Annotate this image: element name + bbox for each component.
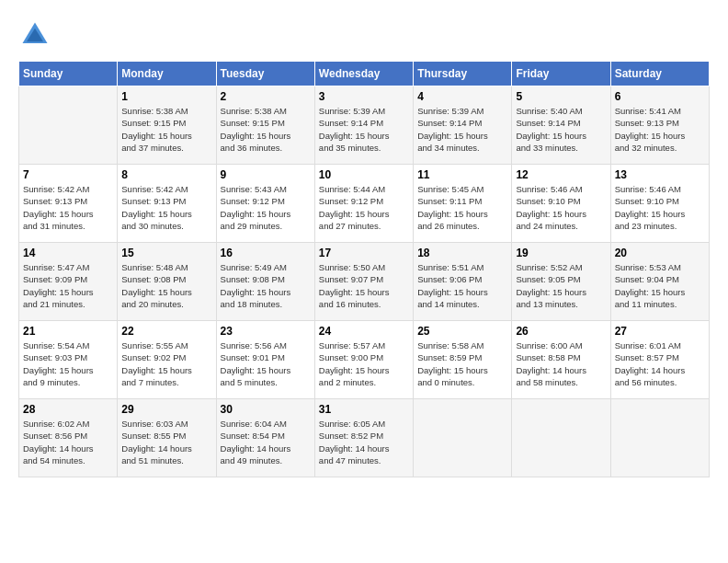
day-info: Sunrise: 5:42 AM Sunset: 9:13 PM Dayligh… <box>23 183 113 232</box>
day-info: Sunrise: 5:39 AM Sunset: 9:14 PM Dayligh… <box>417 105 507 154</box>
day-info: Sunrise: 5:40 AM Sunset: 9:14 PM Dayligh… <box>516 105 606 154</box>
day-number: 28 <box>23 403 113 416</box>
calendar-week-row: 28Sunrise: 6:02 AM Sunset: 8:56 PM Dayli… <box>19 399 710 477</box>
day-info: Sunrise: 5:50 AM Sunset: 9:07 PM Dayligh… <box>319 261 409 310</box>
calendar-cell: 2Sunrise: 5:38 AM Sunset: 9:15 PM Daylig… <box>216 86 314 165</box>
day-number: 3 <box>319 90 409 103</box>
logo-icon <box>18 18 51 52</box>
day-number: 7 <box>23 168 113 181</box>
calendar-cell: 4Sunrise: 5:39 AM Sunset: 9:14 PM Daylig… <box>414 86 512 165</box>
calendar-cell: 14Sunrise: 5:47 AM Sunset: 9:09 PM Dayli… <box>19 243 118 321</box>
day-info: Sunrise: 5:54 AM Sunset: 9:03 PM Dayligh… <box>23 339 113 388</box>
calendar-cell: 6Sunrise: 5:41 AM Sunset: 9:13 PM Daylig… <box>610 86 709 165</box>
calendar-cell: 23Sunrise: 5:56 AM Sunset: 9:01 PM Dayli… <box>216 321 314 399</box>
day-info: Sunrise: 5:57 AM Sunset: 9:00 PM Dayligh… <box>319 339 409 388</box>
day-number: 17 <box>319 247 409 259</box>
calendar-cell: 1Sunrise: 5:38 AM Sunset: 9:15 PM Daylig… <box>118 86 216 165</box>
day-number: 14 <box>23 247 113 259</box>
calendar-cell: 21Sunrise: 5:54 AM Sunset: 9:03 PM Dayli… <box>19 321 118 399</box>
day-number: 10 <box>319 168 409 181</box>
calendar-cell: 10Sunrise: 5:44 AM Sunset: 9:12 PM Dayli… <box>314 165 413 243</box>
day-number: 23 <box>221 325 311 338</box>
calendar-week-row: 1Sunrise: 5:38 AM Sunset: 9:15 PM Daylig… <box>19 86 710 165</box>
column-header-thursday: Thursday <box>414 62 512 86</box>
logo <box>18 18 57 52</box>
calendar-cell: 24Sunrise: 5:57 AM Sunset: 9:00 PM Dayli… <box>314 321 413 399</box>
day-info: Sunrise: 5:53 AM Sunset: 9:04 PM Dayligh… <box>615 261 705 310</box>
day-info: Sunrise: 5:45 AM Sunset: 9:11 PM Dayligh… <box>417 183 507 232</box>
column-header-monday: Monday <box>118 62 216 86</box>
day-number: 29 <box>121 403 211 416</box>
day-number: 31 <box>319 403 409 416</box>
day-info: Sunrise: 5:42 AM Sunset: 9:13 PM Dayligh… <box>121 183 211 232</box>
calendar-cell: 11Sunrise: 5:45 AM Sunset: 9:11 PM Dayli… <box>414 165 512 243</box>
day-number: 19 <box>516 247 606 259</box>
day-number: 13 <box>615 168 705 181</box>
day-info: Sunrise: 5:41 AM Sunset: 9:13 PM Dayligh… <box>615 105 705 154</box>
calendar-cell: 15Sunrise: 5:48 AM Sunset: 9:08 PM Dayli… <box>118 243 216 321</box>
day-number: 18 <box>417 247 507 259</box>
day-number: 24 <box>319 325 409 338</box>
day-number: 12 <box>516 168 606 181</box>
day-info: Sunrise: 5:48 AM Sunset: 9:08 PM Dayligh… <box>121 261 211 310</box>
day-number: 1 <box>121 90 211 103</box>
calendar-week-row: 7Sunrise: 5:42 AM Sunset: 9:13 PM Daylig… <box>19 165 710 243</box>
calendar-cell: 9Sunrise: 5:43 AM Sunset: 9:12 PM Daylig… <box>216 165 314 243</box>
day-info: Sunrise: 5:46 AM Sunset: 9:10 PM Dayligh… <box>615 183 705 232</box>
calendar-cell: 7Sunrise: 5:42 AM Sunset: 9:13 PM Daylig… <box>19 165 118 243</box>
day-number: 4 <box>417 90 507 103</box>
day-info: Sunrise: 5:52 AM Sunset: 9:05 PM Dayligh… <box>516 261 606 310</box>
day-info: Sunrise: 6:03 AM Sunset: 8:55 PM Dayligh… <box>121 418 211 466</box>
day-number: 21 <box>23 325 113 338</box>
day-number: 11 <box>417 168 507 181</box>
calendar-cell: 26Sunrise: 6:00 AM Sunset: 8:58 PM Dayli… <box>512 321 610 399</box>
day-number: 8 <box>121 168 211 181</box>
calendar-cell: 13Sunrise: 5:46 AM Sunset: 9:10 PM Dayli… <box>610 165 709 243</box>
calendar-cell: 18Sunrise: 5:51 AM Sunset: 9:06 PM Dayli… <box>414 243 512 321</box>
column-header-sunday: Sunday <box>19 62 118 86</box>
calendar-cell: 31Sunrise: 6:05 AM Sunset: 8:52 PM Dayli… <box>314 399 413 477</box>
day-info: Sunrise: 5:51 AM Sunset: 9:06 PM Dayligh… <box>417 261 507 310</box>
day-info: Sunrise: 5:39 AM Sunset: 9:14 PM Dayligh… <box>319 105 409 154</box>
calendar-cell: 5Sunrise: 5:40 AM Sunset: 9:14 PM Daylig… <box>512 86 610 165</box>
day-info: Sunrise: 5:58 AM Sunset: 8:59 PM Dayligh… <box>417 339 507 388</box>
day-info: Sunrise: 5:46 AM Sunset: 9:10 PM Dayligh… <box>516 183 606 232</box>
calendar-cell <box>512 399 610 477</box>
day-number: 20 <box>615 247 705 259</box>
calendar-cell <box>414 399 512 477</box>
day-number: 5 <box>516 90 606 103</box>
calendar-cell: 30Sunrise: 6:04 AM Sunset: 8:54 PM Dayli… <box>216 399 314 477</box>
calendar-cell <box>610 399 709 477</box>
day-number: 6 <box>615 90 705 103</box>
column-header-tuesday: Tuesday <box>216 62 314 86</box>
calendar-cell: 16Sunrise: 5:49 AM Sunset: 9:08 PM Dayli… <box>216 243 314 321</box>
day-info: Sunrise: 5:38 AM Sunset: 9:15 PM Dayligh… <box>121 105 211 154</box>
column-header-saturday: Saturday <box>610 62 709 86</box>
calendar-cell: 17Sunrise: 5:50 AM Sunset: 9:07 PM Dayli… <box>314 243 413 321</box>
day-info: Sunrise: 5:43 AM Sunset: 9:12 PM Dayligh… <box>221 183 311 232</box>
day-info: Sunrise: 6:00 AM Sunset: 8:58 PM Dayligh… <box>516 339 606 388</box>
day-info: Sunrise: 5:47 AM Sunset: 9:09 PM Dayligh… <box>23 261 113 310</box>
calendar-cell: 25Sunrise: 5:58 AM Sunset: 8:59 PM Dayli… <box>414 321 512 399</box>
calendar-cell: 20Sunrise: 5:53 AM Sunset: 9:04 PM Dayli… <box>610 243 709 321</box>
calendar-cell: 29Sunrise: 6:03 AM Sunset: 8:55 PM Dayli… <box>118 399 216 477</box>
day-info: Sunrise: 5:38 AM Sunset: 9:15 PM Dayligh… <box>221 105 311 154</box>
calendar-week-row: 14Sunrise: 5:47 AM Sunset: 9:09 PM Dayli… <box>19 243 710 321</box>
calendar-cell <box>19 86 118 165</box>
calendar-header-row: SundayMondayTuesdayWednesdayThursdayFrid… <box>19 62 710 86</box>
calendar-cell: 19Sunrise: 5:52 AM Sunset: 9:05 PM Dayli… <box>512 243 610 321</box>
calendar-cell: 28Sunrise: 6:02 AM Sunset: 8:56 PM Dayli… <box>19 399 118 477</box>
day-info: Sunrise: 5:55 AM Sunset: 9:02 PM Dayligh… <box>121 339 211 388</box>
day-info: Sunrise: 5:44 AM Sunset: 9:12 PM Dayligh… <box>319 183 409 232</box>
day-number: 30 <box>221 403 311 416</box>
day-number: 26 <box>516 325 606 338</box>
day-number: 2 <box>221 90 311 103</box>
calendar-cell: 8Sunrise: 5:42 AM Sunset: 9:13 PM Daylig… <box>118 165 216 243</box>
day-info: Sunrise: 6:04 AM Sunset: 8:54 PM Dayligh… <box>221 418 311 466</box>
calendar-cell: 12Sunrise: 5:46 AM Sunset: 9:10 PM Dayli… <box>512 165 610 243</box>
day-number: 15 <box>121 247 211 259</box>
calendar-cell: 27Sunrise: 6:01 AM Sunset: 8:57 PM Dayli… <box>610 321 709 399</box>
day-number: 27 <box>615 325 705 338</box>
header <box>18 18 710 52</box>
day-info: Sunrise: 5:56 AM Sunset: 9:01 PM Dayligh… <box>221 339 311 388</box>
